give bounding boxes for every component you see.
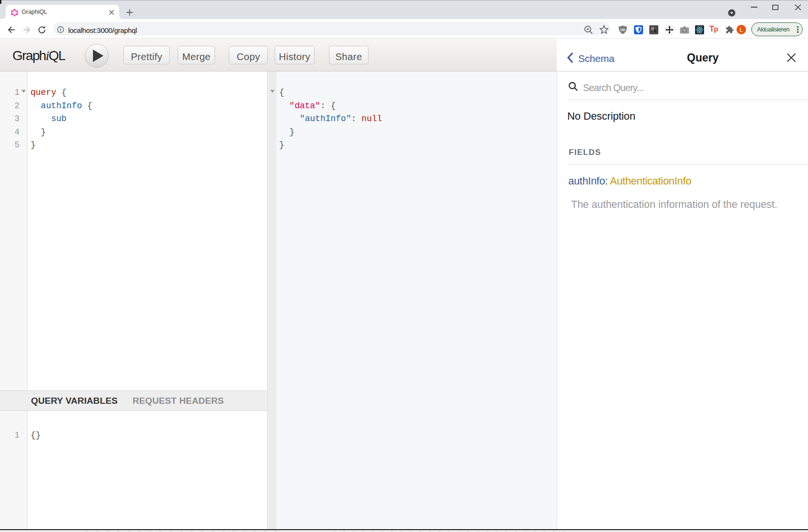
svg-text:L: L	[740, 27, 743, 33]
svg-text:UD: UD	[620, 28, 625, 31]
